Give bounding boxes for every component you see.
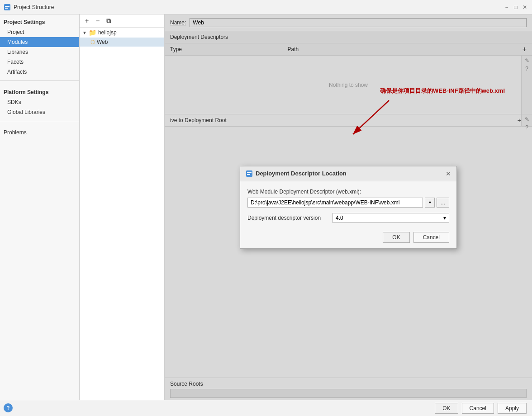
folder-icon: 📁 — [89, 29, 96, 36]
modal-title-row: Deployment Descriptor Location — [246, 170, 347, 177]
modal-body: Web Module Deployment Descriptor (web.xm… — [240, 181, 456, 228]
sidebar-item-libraries[interactable]: Libraries — [0, 47, 79, 57]
tree-remove-button[interactable]: − — [93, 16, 102, 25]
sidebar-item-project[interactable]: Project — [0, 27, 79, 37]
bottom-bar: OK Cancel Apply — [0, 400, 532, 416]
modal-close-button[interactable]: ✕ — [446, 170, 451, 177]
modal-overlay: Deployment Descriptor Location ✕ Web Mod… — [165, 14, 532, 400]
app-icon — [4, 4, 11, 11]
tree-toolbar: + − ⧉ — [80, 14, 164, 28]
maximize-button[interactable]: □ — [512, 4, 519, 11]
modal-footer: OK Cancel — [240, 228, 456, 248]
tree-panel: + − ⧉ ▼ 📁 hellojsp ⬡ Web — [80, 14, 165, 400]
window-title: Project Structure — [14, 4, 54, 10]
tree-add-button[interactable]: + — [82, 16, 91, 25]
sidebar-divider-2 — [0, 121, 79, 121]
minimize-button[interactable]: − — [503, 4, 510, 11]
sidebar: Project Settings Project Modules Librari… — [0, 14, 80, 400]
svg-rect-1 — [5, 6, 10, 7]
modal-path-input[interactable] — [247, 198, 423, 208]
web-item-label: Web — [97, 39, 108, 45]
tree-copy-button[interactable]: ⧉ — [104, 16, 113, 25]
main-layout: Project Settings Project Modules Librari… — [0, 14, 532, 400]
title-bar: Project Structure − □ ✕ — [0, 0, 532, 14]
modal-header: Deployment Descriptor Location ✕ — [240, 166, 456, 181]
modal-path-row: ▾ … — [247, 198, 449, 208]
tree-content: ▼ 📁 hellojsp ⬡ Web — [80, 28, 164, 400]
modal-field-label: Web Module Deployment Descriptor (web.xm… — [247, 189, 449, 195]
help-icon-button[interactable]: ? — [4, 403, 13, 412]
title-bar-left: Project Structure — [4, 4, 54, 11]
modal-dialog: Deployment Descriptor Location ✕ Web Mod… — [240, 166, 457, 249]
svg-rect-0 — [4, 4, 10, 10]
folder-label: hellojsp — [98, 29, 117, 36]
window-controls: − □ ✕ — [503, 4, 528, 11]
modal-cancel-button[interactable]: Cancel — [413, 232, 449, 243]
sidebar-item-facets[interactable]: Facets — [0, 57, 79, 67]
tree-folder-hellojsp[interactable]: ▼ 📁 hellojsp — [80, 28, 164, 38]
sidebar-item-problems[interactable]: Problems — [0, 125, 79, 137]
sidebar-item-global-libraries[interactable]: Global Libraries — [0, 107, 79, 117]
sidebar-item-sdks[interactable]: SDKs — [0, 97, 79, 107]
svg-rect-2 — [5, 8, 8, 9]
modal-version-label: Deployment descriptor version — [247, 215, 329, 221]
platform-settings-title: Platform Settings — [0, 85, 79, 97]
modal-title-text: Deployment Descriptor Location — [256, 170, 347, 177]
modal-browse-button[interactable]: … — [437, 198, 449, 208]
content-panel: Name: Deployment Descriptors Type Path +… — [165, 14, 532, 400]
close-button[interactable]: ✕ — [521, 4, 528, 11]
svg-rect-6 — [247, 172, 252, 173]
cancel-button[interactable]: Cancel — [462, 403, 494, 414]
sidebar-divider — [0, 80, 79, 81]
modal-version-select[interactable]: 4.0 ▾ — [332, 213, 449, 223]
folder-expand-icon: ▼ — [82, 30, 87, 35]
sidebar-item-artifacts[interactable]: Artifacts — [0, 67, 79, 77]
web-item-icon: ⬡ — [90, 39, 95, 45]
modal-icon — [246, 170, 253, 177]
apply-button[interactable]: Apply — [498, 403, 527, 414]
ok-button[interactable]: OK — [435, 403, 458, 414]
tree-item-web[interactable]: ⬡ Web — [80, 38, 164, 47]
sidebar-item-modules[interactable]: Modules — [0, 37, 79, 47]
svg-rect-7 — [247, 174, 250, 175]
modal-dropdown-button[interactable]: ▾ — [425, 198, 435, 208]
project-settings-title: Project Settings — [0, 14, 79, 27]
modal-version-row: Deployment descriptor version 4.0 ▾ — [247, 213, 449, 223]
modal-ok-button[interactable]: OK — [383, 232, 409, 243]
svg-rect-5 — [246, 170, 252, 177]
